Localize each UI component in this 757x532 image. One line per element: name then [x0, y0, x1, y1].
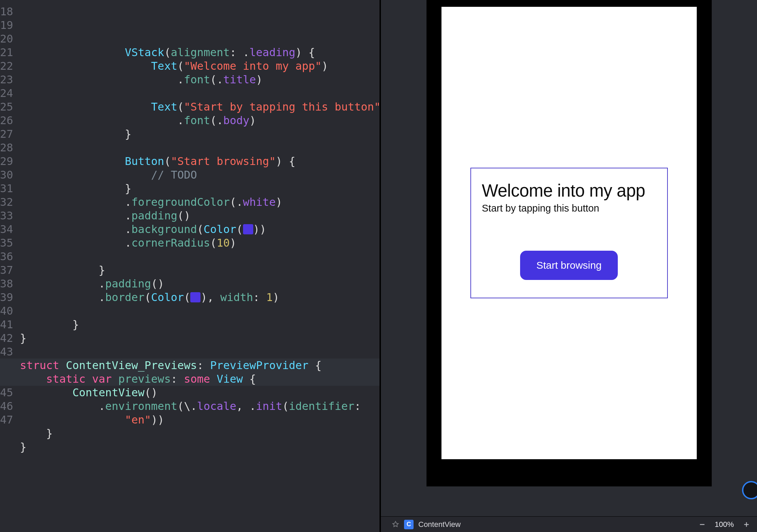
code-line[interactable]: Button("Start browsing") {	[20, 154, 380, 168]
code-line[interactable]	[20, 250, 380, 263]
zoom-in-button[interactable]	[741, 519, 752, 530]
preview-pane: Welcome into my app Start by tapping thi…	[381, 0, 757, 532]
code-line[interactable]: }	[20, 440, 380, 454]
line-number: 20	[0, 32, 20, 46]
line-number: 25	[0, 100, 20, 114]
code-line[interactable]	[20, 345, 380, 359]
line-number: 38	[0, 277, 20, 290]
line-number: 24	[0, 86, 20, 100]
device-frame: Welcome into my app Start by tapping thi…	[426, 0, 712, 486]
code-line[interactable]: }	[20, 127, 380, 141]
line-number: 22	[0, 59, 20, 73]
line-number: 41	[0, 318, 20, 331]
content-card: Welcome into my app Start by tapping thi…	[470, 168, 668, 298]
code-editor[interactable]: 1819202122232425262728293031323334353637…	[0, 0, 380, 532]
line-number: 35	[0, 236, 20, 250]
line-number: 27	[0, 127, 20, 141]
line-number: 21	[0, 46, 20, 59]
code-line[interactable]: .padding()	[20, 209, 380, 222]
line-number: 39	[0, 290, 20, 304]
preview-refresh-button[interactable]	[742, 481, 757, 499]
code-line[interactable]: .cornerRadius(10)	[20, 236, 380, 250]
line-number: 37	[0, 263, 20, 277]
card-subtitle: Start by tapping this button	[482, 203, 599, 214]
code-line[interactable]: Text("Welcome into my app")	[20, 59, 380, 73]
line-number: 40	[0, 304, 20, 318]
code-line[interactable]	[20, 86, 380, 100]
code-line[interactable]: .padding()	[20, 277, 380, 290]
start-browsing-button[interactable]: Start browsing	[520, 251, 618, 280]
line-number: 28	[0, 141, 20, 154]
line-number: 33	[0, 209, 20, 222]
code-line[interactable]: }	[20, 318, 380, 331]
code-line[interactable]: .border(Color(), width: 1)	[20, 290, 380, 304]
code-line[interactable]: static var previews: some View {	[20, 372, 380, 386]
line-number: 45	[0, 386, 20, 399]
code-line[interactable]: }	[20, 263, 380, 277]
code-line[interactable]: VStack(alignment: .leading) {	[20, 46, 380, 59]
preview-view-name: ContentView	[418, 520, 461, 529]
code-line[interactable]: struct ContentView_Previews: PreviewProv…	[20, 359, 380, 372]
preview-footer: C ContentView 100%	[381, 516, 757, 532]
code-line[interactable]: ContentView()	[20, 386, 380, 399]
line-number: 29	[0, 154, 20, 168]
code-line[interactable]: .environment(\.locale, .init(identifier:…	[20, 399, 380, 427]
preview-canvas[interactable]: Welcome into my app Start by tapping thi…	[381, 0, 757, 516]
code-line[interactable]: .font(.body)	[20, 114, 380, 127]
line-number: 42	[0, 331, 20, 345]
code-line[interactable]: // TODO	[20, 168, 380, 182]
line-number: 43	[0, 345, 20, 359]
line-number-gutter: 1819202122232425262728293031323334353637…	[0, 0, 20, 532]
line-number: 36	[0, 250, 20, 263]
line-number: 47	[0, 413, 20, 427]
code-line[interactable]	[20, 304, 380, 318]
code-line[interactable]: Text("Start by tapping this button")	[20, 100, 380, 114]
line-number: 34	[0, 222, 20, 236]
code-line[interactable]: .font(.title)	[20, 73, 380, 86]
code-line[interactable]: }	[20, 182, 380, 195]
line-number: 32	[0, 195, 20, 209]
line-number: 46	[0, 399, 20, 413]
pin-icon[interactable]	[392, 521, 399, 528]
code-area[interactable]: VStack(alignment: .leading) { Text("Welc…	[20, 0, 380, 532]
code-line[interactable]	[20, 454, 380, 467]
swift-file-icon: C	[404, 520, 414, 529]
line-number: 18	[0, 5, 20, 18]
card-title: Welcome into my app	[482, 181, 645, 201]
line-number: 19	[0, 18, 20, 32]
line-number: 30	[0, 168, 20, 182]
code-line[interactable]: }	[20, 427, 380, 440]
color-literal-swatch[interactable]	[190, 292, 200, 302]
code-line[interactable]: .foregroundColor(.white)	[20, 195, 380, 209]
code-line[interactable]: .background(Color())	[20, 222, 380, 236]
line-number: 26	[0, 114, 20, 127]
device-screen: Welcome into my app Start by tapping thi…	[441, 7, 697, 459]
color-literal-swatch[interactable]	[243, 224, 253, 234]
line-number: 23	[0, 73, 20, 86]
code-line[interactable]	[20, 141, 380, 154]
zoom-out-button[interactable]	[696, 519, 708, 530]
line-number: 31	[0, 182, 20, 195]
code-line[interactable]: }	[20, 331, 380, 345]
zoom-level: 100%	[713, 520, 736, 529]
